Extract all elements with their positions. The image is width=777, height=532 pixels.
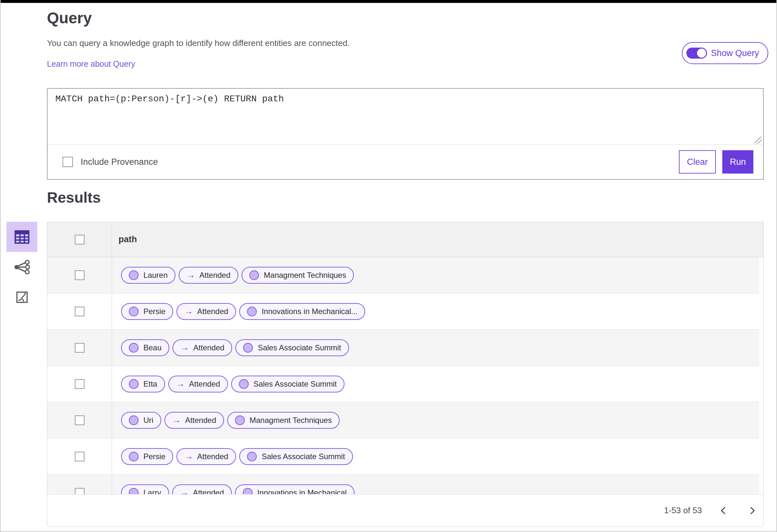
path-cell: Etta → Attended Sales Associate Summit: [112, 366, 763, 402]
table-row: Persie → Attended Innovations in Mechani…: [47, 293, 763, 330]
query-page: Query You can query a knowledge graph to…: [0, 0, 777, 532]
toggle-knob: [697, 48, 706, 58]
relation-pill[interactable]: → Attended: [164, 412, 224, 429]
graph-view-button[interactable]: [6, 252, 37, 282]
show-query-label: Show Query: [711, 48, 759, 58]
table-footer: 1-53 of 53: [47, 494, 763, 527]
row-checkbox[interactable]: [75, 343, 85, 353]
learn-more-link[interactable]: Learn more about Query: [47, 59, 135, 69]
run-button[interactable]: Run: [722, 150, 753, 174]
next-page-icon[interactable]: [748, 507, 755, 514]
relation-label: Attended: [185, 416, 216, 425]
row-checkbox[interactable]: [75, 452, 85, 461]
target-entity-pill[interactable]: Managment Techniques: [241, 267, 354, 284]
source-entity-label: Persie: [143, 307, 165, 316]
include-provenance-checkbox[interactable]: [63, 157, 73, 167]
target-entity-pill[interactable]: Innovations in Mechanical...: [239, 303, 365, 320]
query-editor: MATCH path=(p:Person)-[r]->(e) RETURN pa…: [47, 88, 764, 180]
source-entity-pill[interactable]: Persie: [121, 448, 173, 465]
page-title: Query: [47, 9, 92, 27]
arrow-right-icon: →: [184, 306, 193, 316]
relation-label: Attended: [193, 343, 224, 352]
table-row: Beau → Attended Sales Associate Summit: [47, 330, 763, 366]
chart-view-icon: [15, 291, 29, 304]
source-entity-pill[interactable]: Uri: [121, 412, 161, 429]
show-query-toggle[interactable]: Show Query: [682, 42, 768, 64]
source-entity-pill[interactable]: Persie: [121, 303, 173, 320]
arrow-right-icon: →: [184, 451, 193, 461]
window-top-bar: [1, 0, 776, 3]
table-row: Etta → Attended Sales Associate Summit: [47, 366, 763, 402]
table-body: Lauren → Attended Managment Techniques P…: [47, 257, 763, 511]
path-cell: Beau → Attended Sales Associate Summit: [112, 330, 763, 365]
target-entity-label: Managment Techniques: [264, 271, 346, 280]
entity-node-icon: [129, 415, 138, 425]
target-entity-pill[interactable]: Sales Associate Summit: [235, 339, 349, 356]
target-entity-pill[interactable]: Sales Associate Summit: [239, 448, 353, 465]
row-checkbox[interactable]: [75, 415, 85, 425]
row-checkbox-cell: [47, 330, 112, 365]
target-entity-label: Sales Associate Summit: [261, 452, 345, 461]
relation-pill[interactable]: → Attended: [179, 267, 238, 284]
select-all-checkbox[interactable]: [75, 235, 85, 244]
target-entity-pill[interactable]: Sales Associate Summit: [231, 376, 344, 393]
entity-node-icon: [235, 415, 245, 425]
textarea-resize-handle[interactable]: [755, 137, 762, 144]
pagination-range-label: 1-53 of 53: [664, 506, 702, 516]
entity-node-icon: [129, 307, 138, 316]
target-entity-label: Managment Techniques: [250, 416, 332, 425]
clear-button[interactable]: Clear: [679, 150, 716, 174]
include-provenance-label: Include Provenance: [81, 157, 158, 167]
row-checkbox[interactable]: [75, 271, 85, 280]
table-view-button[interactable]: [6, 222, 37, 252]
target-entity-label: Sales Associate Summit: [253, 380, 337, 389]
entity-node-icon: [129, 452, 138, 461]
relation-pill[interactable]: → Attended: [173, 339, 232, 356]
path-cell: Uri → Attended Managment Techniques: [112, 402, 763, 438]
source-entity-label: Etta: [143, 380, 157, 389]
source-entity-label: Persie: [143, 452, 165, 461]
chart-view-button[interactable]: [6, 282, 37, 312]
arrow-right-icon: →: [187, 270, 195, 280]
row-checkbox[interactable]: [75, 379, 85, 389]
relation-pill[interactable]: → Attended: [177, 303, 236, 320]
relation-pill[interactable]: → Attended: [169, 376, 228, 393]
relation-label: Attended: [199, 271, 230, 280]
source-entity-pill[interactable]: Lauren: [121, 267, 176, 284]
query-input[interactable]: MATCH path=(p:Person)-[r]->(e) RETURN pa…: [47, 89, 763, 145]
arrow-right-icon: →: [180, 343, 189, 353]
path-cell: Persie → Attended Innovations in Mechani…: [112, 293, 763, 329]
target-entity-pill[interactable]: Managment Techniques: [227, 412, 340, 429]
source-entity-label: Beau: [143, 343, 161, 352]
query-editor-footer: Include Provenance Clear Run: [47, 145, 763, 179]
results-table: path Lauren → Attended Managment Techniq…: [47, 222, 764, 527]
row-checkbox-cell: [47, 293, 112, 329]
arrow-right-icon: →: [176, 379, 185, 389]
relation-pill[interactable]: → Attended: [177, 448, 236, 465]
relation-label: Attended: [197, 307, 228, 316]
path-cell: Lauren → Attended Managment Techniques: [112, 257, 763, 293]
target-entity-label: Innovations in Mechanical...: [261, 307, 357, 316]
relation-label: Attended: [197, 452, 228, 461]
results-view-rail: [6, 222, 37, 312]
arrow-right-icon: →: [172, 415, 181, 425]
results-heading: Results: [47, 189, 101, 206]
row-checkbox[interactable]: [75, 307, 85, 316]
source-entity-pill[interactable]: Etta: [121, 376, 165, 393]
page-description: You can query a knowledge graph to ident…: [47, 38, 350, 48]
table-row: Uri → Attended Managment Techniques: [47, 402, 763, 438]
path-column-header: path: [112, 222, 763, 257]
entity-node-icon: [239, 379, 249, 389]
target-entity-label: Sales Associate Summit: [258, 343, 341, 352]
row-checkbox-cell: [47, 438, 112, 474]
scrollbar-gutter: [759, 257, 763, 494]
entity-node-icon: [129, 379, 138, 389]
previous-page-icon[interactable]: [721, 507, 729, 514]
source-entity-label: Lauren: [143, 271, 168, 280]
table-row: Persie → Attended Sales Associate Summit: [47, 438, 763, 475]
entity-node-icon: [247, 452, 257, 461]
source-entity-label: Uri: [143, 416, 153, 425]
entity-node-icon: [247, 307, 257, 316]
source-entity-pill[interactable]: Beau: [121, 339, 169, 356]
graph-view-icon: [14, 260, 30, 274]
